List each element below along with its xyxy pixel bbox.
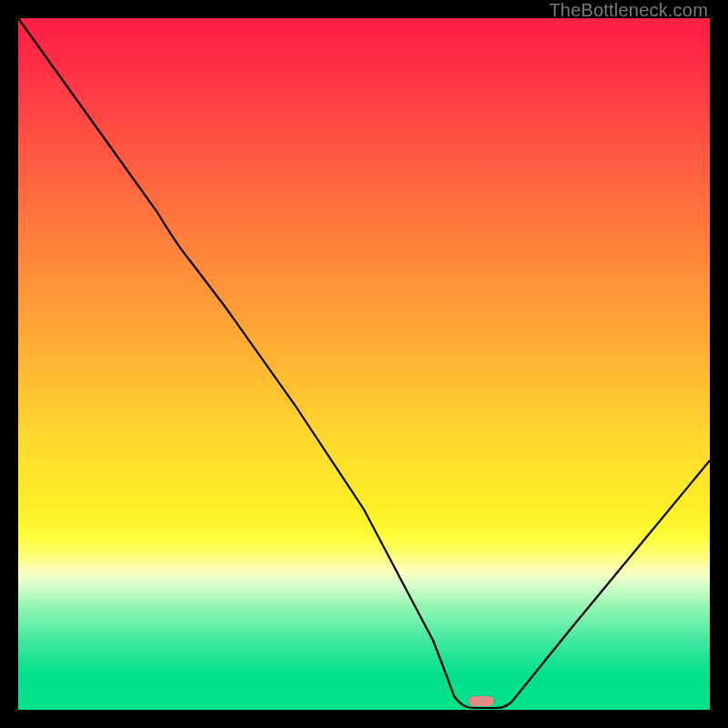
curve-path: [18, 18, 710, 708]
bottleneck-curve: [18, 18, 710, 710]
optimal-marker: [469, 696, 494, 706]
chart-frame: TheBottleneck.com: [0, 0, 728, 728]
plot-area: [18, 18, 710, 710]
